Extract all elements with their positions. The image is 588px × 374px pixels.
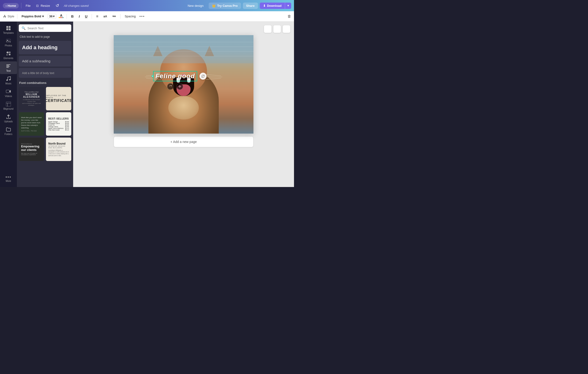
search-bar: 🔍 <box>19 24 71 32</box>
svg-rect-8 <box>9 54 10 55</box>
svg-rect-7 <box>9 52 10 53</box>
underline-button[interactable]: U <box>84 14 89 19</box>
fc6-body: According to Wikipedia, a paragraph is a… <box>48 149 69 157</box>
home-button[interactable]: ‹ Home <box>3 3 19 9</box>
add-page-icon[interactable]: + <box>283 25 290 33</box>
case-button[interactable]: aA <box>102 14 108 19</box>
text-label: Text <box>6 70 10 72</box>
wall-slat-4 <box>114 52 253 56</box>
svg-rect-3 <box>9 28 10 30</box>
fc2-cert: EMPLOYEE OF THE MONTH <box>46 94 71 99</box>
try-pro-button[interactable]: 👑 Try Canva Pro <box>209 3 241 9</box>
color-bar <box>59 17 64 18</box>
saved-status: All changes saved <box>64 4 89 8</box>
resize-button[interactable]: ⊡ Resize <box>34 3 52 9</box>
fc6-sub: INTERIOR DESIGN AND BUILDERS <box>48 145 69 149</box>
font-combo-card-5[interactable]: PROGRESS Empowering our clients We have … <box>19 137 44 161</box>
fc4-row-5: Apple Carrot Madness$3.10 <box>48 127 69 129</box>
undo-button[interactable]: ↺ <box>54 2 61 9</box>
duplicate-page-icon[interactable]: ⧉ <box>264 25 272 33</box>
italic-button[interactable]: I <box>77 14 81 19</box>
photos-icon <box>6 38 11 44</box>
rotate-handle[interactable] <box>200 73 207 80</box>
sidebar-item-uploads[interactable]: Uploads <box>0 112 17 125</box>
share-button[interactable]: Share <box>243 3 258 9</box>
new-design-button[interactable]: New design <box>184 3 207 9</box>
canvas-frame: Feline good <box>114 35 253 134</box>
sidebar-item-videos[interactable]: Videos <box>0 87 17 99</box>
download-dropdown-button[interactable]: ▾ <box>285 3 291 9</box>
add-subheading-button[interactable]: Add a subheading <box>19 56 71 67</box>
fc4-row-2: Pineapple Carrot$4.90 <box>48 123 69 124</box>
text-selection-dot <box>152 75 154 77</box>
folders-label: Folders <box>4 133 12 135</box>
font-selector[interactable]: Poppins Bold ▾ <box>20 14 45 19</box>
videos-icon <box>6 89 11 94</box>
style-label: Style <box>8 15 14 18</box>
sidebar-item-more[interactable]: ••• More <box>0 173 17 184</box>
font-combo-card-6[interactable]: North Bound INTERIOR DESIGN AND BUILDERS… <box>46 137 71 161</box>
sidebar-item-templates[interactable]: Templates <box>0 23 17 36</box>
fc1-name: WILLIAM ALEXANDER <box>21 93 42 98</box>
text-move-btn[interactable] <box>177 83 183 90</box>
text-color-button[interactable]: A <box>59 14 64 19</box>
templates-label: Templates <box>3 32 14 34</box>
add-page-button[interactable]: + Add a new page <box>114 136 253 147</box>
delete-button[interactable]: 🗑 <box>287 14 291 19</box>
sidebar-item-photos[interactable]: Photos <box>0 36 17 49</box>
fc5-big: Empowering our clients <box>21 145 42 152</box>
sidebar-item-background[interactable]: Bkground <box>0 99 17 112</box>
sidebar-item-text[interactable]: Text <box>0 61 17 74</box>
canvas-top-icons: ⧉ ❐ + <box>264 25 290 33</box>
home-label: Home <box>8 4 16 8</box>
svg-rect-11 <box>6 90 9 93</box>
fc1-italic: This certifies that <box>21 91 42 93</box>
toolbar-divider-2 <box>67 14 67 19</box>
svg-point-6 <box>7 52 9 53</box>
fc4-row-3: Fresh OJ$3.90 <box>48 124 69 126</box>
canvas-text-selected[interactable]: Feline good <box>153 71 197 81</box>
text-overlay[interactable]: Feline good <box>153 71 197 90</box>
sidebar: Templates Photos Elements Text <box>0 21 17 187</box>
fc5-sub: We have over 20 years of consultancy exp… <box>21 153 42 155</box>
sidebar-item-music[interactable]: Music <box>0 74 17 87</box>
font-name: Poppins Bold <box>21 15 41 18</box>
fc4-title: BEST-SELLERS <box>48 117 69 120</box>
text-icon <box>6 63 11 69</box>
toolbar-divider-4 <box>120 14 121 19</box>
fc3-quote: Work like you don't need the money. Love… <box>21 116 42 129</box>
more-options-button[interactable]: ••• <box>139 14 145 19</box>
font-combo-card-2[interactable]: EMPLOYEE OF THE MONTH CERTIFICATE <box>46 87 71 110</box>
spacing-button[interactable]: Spacing <box>123 14 137 19</box>
file-button[interactable]: File <box>24 3 32 9</box>
font-combo-card-3[interactable]: Work like you don't need the money. Love… <box>19 112 44 136</box>
canvas-image[interactable]: Feline good <box>114 35 253 134</box>
add-heading-button[interactable]: Add a heading <box>19 41 71 54</box>
size-dropdown-icon: ▾ <box>53 15 55 18</box>
font-size-selector[interactable]: 36 ▾ <box>48 14 56 19</box>
copy-page-icon[interactable]: ❐ <box>273 25 281 33</box>
bold-button[interactable]: B <box>70 14 75 19</box>
sidebar-item-folders[interactable]: Folders <box>0 125 17 137</box>
list-button[interactable]: ≔ <box>111 14 117 19</box>
align-button[interactable]: ≡ <box>95 14 100 19</box>
download-main-button[interactable]: ⬇ Download <box>260 3 285 9</box>
sidebar-item-elements[interactable]: Elements <box>0 49 17 61</box>
text-toolbar: Style Poppins Bold ▾ 36 ▾ A B I U ≡ aA ≔… <box>0 11 294 21</box>
fc4-row-4: Orange Carrot$2.90 <box>48 126 69 127</box>
svg-rect-12 <box>6 102 11 106</box>
font-combo-card-4[interactable]: BEST-SELLERS Apple Orange$3.90 Pineapple… <box>46 112 71 136</box>
background-label: Bkground <box>3 108 14 110</box>
templates-icon <box>6 25 11 31</box>
chevron-left-icon: ‹ <box>6 4 7 8</box>
more-dots-icon: ••• <box>6 175 11 180</box>
add-body-button[interactable]: Add a little bit of body text <box>19 68 71 78</box>
style-button[interactable]: Style <box>3 15 14 18</box>
search-input[interactable] <box>27 26 68 30</box>
text-rotate-btn[interactable] <box>167 83 174 90</box>
try-pro-label: Try Canva Pro <box>217 4 238 8</box>
font-combo-card-1[interactable]: This certifies that WILLIAM ALEXANDER is… <box>19 87 44 110</box>
svg-point-9 <box>6 79 8 81</box>
font-size-value: 36 <box>49 15 52 18</box>
fc1-sub: is a Member of the Orchard Country Cluba… <box>21 99 42 106</box>
